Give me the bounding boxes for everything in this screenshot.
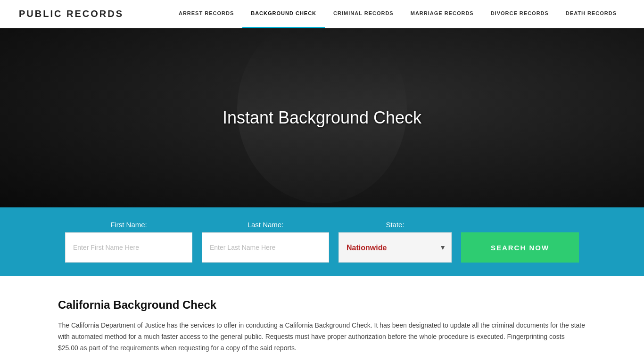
last-name-label: Last Name: xyxy=(202,221,329,229)
nav-item-background-check[interactable]: BACKGROUND CHECK xyxy=(242,0,325,28)
nav-item-arrest-records[interactable]: ARREST RECORDS xyxy=(170,0,242,28)
content-paragraph-1: The California Department of Justice has… xyxy=(58,320,586,354)
search-bar: First Name: Last Name: State: Nationwide… xyxy=(0,207,644,276)
header: PUBLIC RECORDS ARREST RECORDSBACKGROUND … xyxy=(0,0,644,28)
content-heading: California Background Check xyxy=(58,298,586,312)
state-label: State: xyxy=(339,221,452,229)
first-name-input[interactable] xyxy=(65,232,192,263)
main-nav: ARREST RECORDSBACKGROUND CHECKCRIMINAL R… xyxy=(170,0,625,28)
hero-title: Instant Background Check xyxy=(223,108,421,128)
nav-item-divorce-records[interactable]: DIVORCE RECORDS xyxy=(482,0,557,28)
state-field: State: NationwideAlabamaAlaskaArizonaArk… xyxy=(339,221,452,263)
last-name-field: Last Name: xyxy=(202,221,329,263)
first-name-label: First Name: xyxy=(65,221,192,229)
hero-section: Instant Background Check xyxy=(0,28,644,207)
search-now-button[interactable]: SEARCH NOW xyxy=(461,232,579,263)
last-name-input[interactable] xyxy=(202,232,329,263)
nav-item-marriage-records[interactable]: MARRIAGE RECORDS xyxy=(402,0,482,28)
nav-item-death-records[interactable]: DEATH RECORDS xyxy=(557,0,625,28)
site-logo: PUBLIC RECORDS xyxy=(19,8,124,19)
main-content: California Background Check The Californ… xyxy=(39,276,605,362)
state-select[interactable]: NationwideAlabamaAlaskaArizonaArkansasCa… xyxy=(339,232,452,263)
nav-item-criminal-records[interactable]: CRIMINAL RECORDS xyxy=(325,0,402,28)
first-name-field: First Name: xyxy=(65,221,192,263)
state-select-wrapper: NationwideAlabamaAlaskaArizonaArkansasCa… xyxy=(339,232,452,263)
